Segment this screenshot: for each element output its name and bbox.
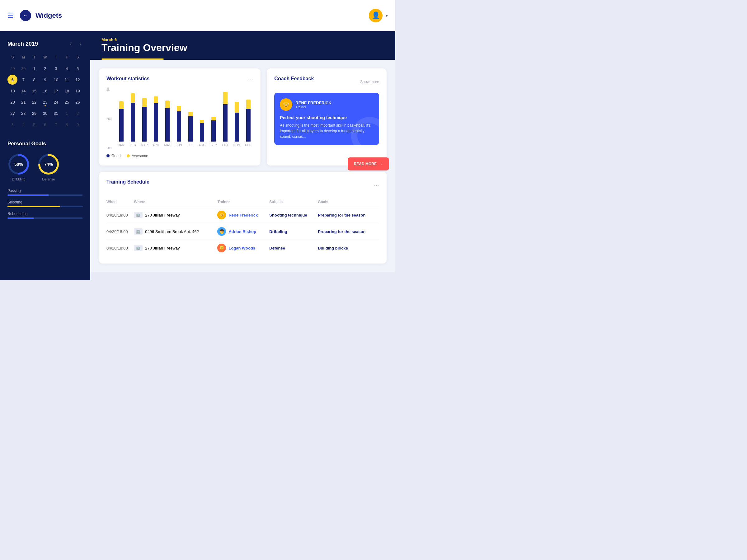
bar-jun-yellow — [177, 106, 181, 111]
bar-may-yellow — [165, 101, 170, 108]
top-panels-row: ··· Workout statistics 1k 500 200 — [99, 69, 387, 165]
bar-dec-stack — [243, 100, 253, 141]
cal-day[interactable]: 15 — [29, 86, 39, 96]
defense-circle-container: 74% — [37, 153, 60, 176]
row1-trainer-name[interactable]: Rene Frederick — [229, 213, 258, 217]
schedule-panel-menu-dots[interactable]: ··· — [374, 182, 379, 189]
row3-trainer-name[interactable]: Logan Woods — [229, 246, 255, 250]
cal-day[interactable]: 30 — [40, 108, 50, 118]
coach-feedback-header: Coach Feedback Show more — [274, 76, 379, 88]
calendar-day-headers: S M T W T F S — [7, 52, 83, 62]
show-more-button[interactable]: Show more — [360, 80, 379, 84]
passing-bar-bg — [7, 194, 83, 196]
legend-good: Good — [106, 154, 121, 158]
cal-day[interactable]: 16 — [40, 86, 50, 96]
bar-jun: JUN — [174, 106, 184, 147]
cal-day[interactable]: 7 — [18, 75, 28, 85]
cal-day[interactable]: 2 — [73, 108, 83, 118]
sidebar: March 2019 ‹ › S M T W T F S 29 30 1 2 3… — [0, 31, 90, 280]
cal-day[interactable]: 1 — [29, 63, 39, 74]
bar-may-blue — [165, 108, 170, 141]
cal-day[interactable]: 29 — [7, 63, 18, 74]
calendar-prev-button[interactable]: ‹ — [68, 41, 74, 47]
bar-oct-yellow — [223, 92, 228, 104]
cal-day[interactable]: 27 — [7, 108, 18, 118]
cal-day[interactable]: 4 — [62, 63, 72, 74]
row2-location-cell: 🏢 0496 Smitham Brook Apt. 462 — [134, 229, 217, 235]
chart-y-axis: 1k 500 200 — [106, 88, 112, 150]
calendar-grid: S M T W T F S 29 30 1 2 3 4 5 6 7 8 9 10… — [7, 52, 83, 129]
bar-feb-yellow — [131, 93, 135, 103]
content-body: ··· Workout statistics 1k 500 200 — [90, 60, 395, 272]
col-goals: Goals — [318, 197, 379, 207]
bar-jul-label: JUL — [188, 143, 193, 147]
cal-header-s2: S — [73, 52, 83, 62]
row2-trainer: 👦 Adrian Bishop — [217, 223, 269, 240]
row1-when: 04/20/18:00 — [106, 207, 134, 223]
row1-trainer-cell: 👴 Rene Frederick — [217, 211, 269, 219]
y-label-500: 500 — [106, 117, 112, 121]
calendar-next-button[interactable]: › — [77, 41, 83, 47]
cal-day[interactable]: 21 — [18, 97, 28, 107]
workout-panel-menu-dots[interactable]: ··· — [248, 76, 253, 83]
cal-day[interactable]: 22 — [29, 97, 39, 107]
cal-day[interactable]: 14 — [18, 86, 28, 96]
row2-trainer-name[interactable]: Adrian Bishop — [229, 229, 256, 234]
cal-day[interactable]: 9 — [73, 119, 83, 129]
cal-day[interactable]: 17 — [51, 86, 61, 96]
cal-day[interactable]: 3 — [7, 119, 18, 129]
schedule-table-body: 04/20/18:00 🏢 270 Jillian Freeway 👴 R — [106, 207, 379, 256]
cal-day[interactable]: 8 — [62, 119, 72, 129]
cal-day[interactable]: 2 — [40, 63, 50, 74]
cal-day[interactable]: 13 — [7, 86, 18, 96]
cal-day[interactable]: 11 — [62, 75, 72, 85]
coach-feedback-panel: Coach Feedback Show more 👴 RENE FREDERIC… — [267, 69, 387, 165]
row2-subject: Dribbling — [269, 223, 318, 240]
avatar[interactable]: 👤 — [369, 9, 383, 22]
cal-day[interactable]: 12 — [73, 75, 83, 85]
bar-apr-label: APR — [153, 143, 159, 147]
cal-day[interactable]: 18 — [62, 86, 72, 96]
cal-day[interactable]: 8 — [29, 75, 39, 85]
dribbling-label: Dribbling — [12, 177, 25, 181]
cal-day[interactable]: 29 — [29, 108, 39, 118]
rebounding-progress-row: Rebounding — [7, 212, 83, 219]
hamburger-icon[interactable]: ☰ — [7, 11, 14, 20]
cal-header-w: W — [40, 52, 50, 62]
cal-day[interactable]: 9 — [40, 75, 50, 85]
cal-day-today[interactable]: 6 — [7, 75, 18, 85]
cal-day[interactable]: 24 — [51, 97, 61, 107]
read-more-button[interactable]: READ MORE → — [348, 157, 389, 170]
cal-day[interactable]: 7 — [51, 119, 61, 129]
page-title: Training Overview — [101, 42, 384, 54]
cal-day[interactable]: 25 — [62, 97, 72, 107]
cal-day[interactable]: 3 — [51, 63, 61, 74]
cal-day[interactable]: 1 — [62, 108, 72, 118]
cal-day[interactable]: 5 — [29, 119, 39, 129]
col-when: When — [106, 197, 134, 207]
bar-dec-yellow — [246, 100, 251, 109]
cal-day[interactable]: 6 — [40, 119, 50, 129]
back-button[interactable]: ← — [20, 10, 31, 21]
chevron-down-icon[interactable]: ▾ — [386, 13, 388, 18]
cal-day[interactable]: 5 — [73, 63, 83, 74]
cal-day[interactable]: 31 — [51, 108, 61, 118]
calendar-week-6: 3 4 5 6 7 8 9 — [7, 119, 83, 129]
row2-goals: Preparing for the season — [318, 223, 379, 240]
cal-day[interactable]: 19 — [73, 86, 83, 96]
cal-day[interactable]: 28 — [18, 108, 28, 118]
cal-day[interactable]: 10 — [51, 75, 61, 85]
row2-trainer-avatar: 👦 — [217, 227, 226, 236]
cal-day[interactable]: 30 — [18, 63, 28, 74]
schedule-panel-header: Training Schedule ··· — [106, 179, 379, 191]
cal-day[interactable]: 26 — [73, 97, 83, 107]
schedule-title: Training Schedule — [106, 179, 149, 185]
cal-day[interactable]: 4 — [18, 119, 28, 129]
trainer-name: RENE FREDERICK — [295, 101, 332, 105]
bar-apr: APR — [151, 97, 161, 147]
cal-day[interactable]: 20 — [7, 97, 18, 107]
trainer-avatar: 👴 — [280, 98, 292, 111]
bar-sep-stack — [209, 117, 218, 141]
bar-oct: OCT — [221, 92, 230, 147]
cal-day-with-event[interactable]: 23 — [40, 97, 50, 107]
